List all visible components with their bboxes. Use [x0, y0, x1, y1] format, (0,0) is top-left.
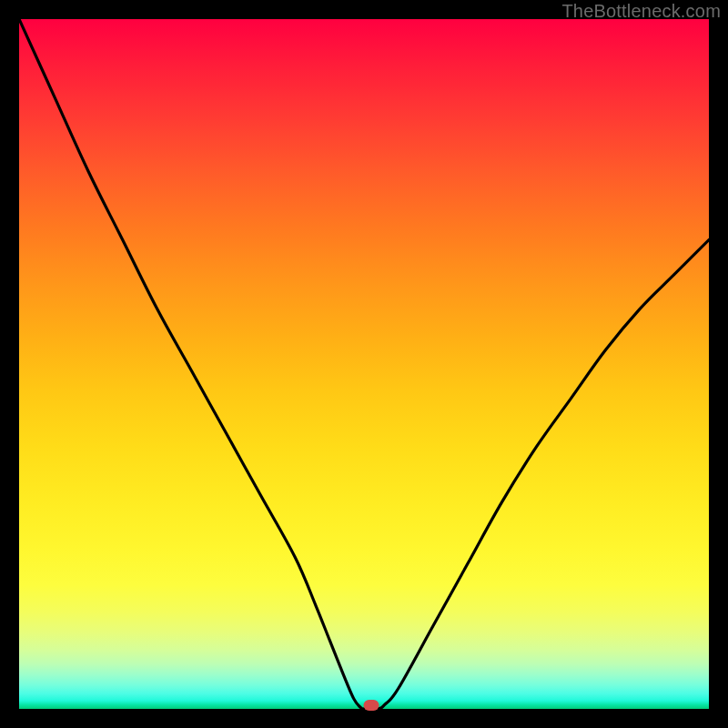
- chart-frame: TheBottleneck.com: [0, 0, 728, 728]
- plot-area: [19, 19, 709, 709]
- bottleneck-curve: [19, 19, 709, 709]
- watermark-text: TheBottleneck.com: [561, 1, 721, 22]
- optimum-marker: [363, 700, 379, 711]
